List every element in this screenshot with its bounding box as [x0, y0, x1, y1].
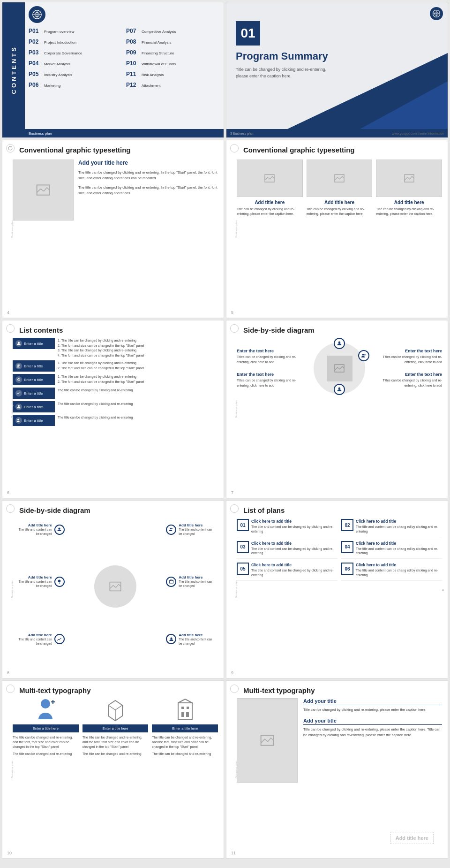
radial-title-2: Add title here — [179, 523, 214, 527]
slide4-card-title: Add your title here — [78, 160, 218, 166]
svg-line-12 — [44, 188, 47, 191]
svg-rect-41 — [186, 712, 189, 717]
radial-body-5: The title and content can be changed — [17, 637, 52, 646]
svg-point-28 — [338, 388, 341, 390]
slide7-right-body-2: Titles can be changed by clicking and re… — [370, 378, 442, 388]
slide4-business-label: Business plan — [11, 220, 14, 237]
radial-item-2: Add title here The title and content can… — [166, 523, 214, 536]
svg-line-10 — [37, 189, 41, 192]
svg-rect-39 — [178, 703, 192, 719]
slide4-body2: The title can be changed by clicking and… — [78, 185, 218, 196]
plan-item: 04 Click here to add title The title and… — [341, 541, 442, 559]
svg-rect-42 — [181, 707, 184, 709]
contents-item: P06Marketing — [29, 82, 122, 88]
svg-rect-24 — [335, 365, 344, 372]
radial-title-5: Add title here — [17, 633, 52, 637]
plan-item: 01 Click here to add title The title and… — [237, 519, 338, 537]
svg-point-32 — [171, 528, 172, 529]
list-row: Enter a title 1. The title can be change… — [13, 374, 218, 385]
slide5-page-num: 5 — [231, 310, 233, 315]
slide-11: Multi-text typography Business plan Add … — [226, 680, 448, 859]
summary-number: 01 — [236, 21, 260, 46]
slide7-title: Side-by-side diagram — [232, 326, 442, 334]
slide5-card: Add title here Title can be changed by c… — [376, 160, 442, 216]
multi-col: Enter a title here The title can be chan… — [82, 698, 149, 756]
slide-5: Conventional graphic typesetting Busines… — [226, 140, 448, 318]
svg-point-30 — [59, 527, 60, 529]
slide7-left-body-1: Titles can be changed by clicking and re… — [237, 355, 308, 365]
slide-6: List contents Business plan Enter a titl… — [2, 320, 224, 498]
contents-item: P08Financial Analysis — [126, 38, 220, 45]
contents-item: P07Competitive Analysis — [126, 28, 220, 34]
radial-body-3: The title and content can be changed — [17, 579, 52, 588]
slide7-left-title-2: Enter the text here — [237, 372, 308, 377]
radial-body-2: The title and content can be changed — [179, 527, 214, 536]
radial-body-4: The title and content can be changed — [179, 579, 214, 588]
contents-item: P03Corporate Governance — [29, 49, 122, 56]
slide-2-summary: 01 Program Summary Title can be changed … — [226, 2, 448, 138]
svg-rect-29 — [110, 582, 120, 591]
summary-subtitle: Title can be changed by clicking and re-… — [236, 66, 330, 80]
svg-point-35 — [41, 699, 50, 708]
slide6-title: List contents — [8, 326, 218, 334]
slide11-add-title-placeholder[interactable]: Add title here — [390, 832, 434, 844]
slide10-title: Multi-text typography — [8, 686, 218, 694]
slide5-title: Conventional graphic typesetting — [232, 146, 442, 154]
radial-title-4: Add title here — [179, 575, 214, 579]
radial-title-6: Add title here — [179, 633, 214, 637]
slide-4: Conventional graphic typesetting Busines… — [2, 140, 224, 318]
slide1-footer: Business plan — [29, 131, 52, 136]
slide10-page-num: 10 — [7, 851, 12, 855]
slide-8: Side-by-side diagram Business plan Add t… — [2, 500, 224, 678]
slide2-footer-left: 3 Business plan — [230, 132, 253, 135]
svg-rect-40 — [181, 712, 184, 717]
slide9-business-label: Business plan — [235, 580, 238, 598]
slide11-business-label: Business plan — [235, 761, 238, 778]
slide8-page-num: 8 — [7, 670, 9, 675]
svg-point-26 — [362, 354, 364, 356]
svg-rect-46 — [261, 735, 274, 745]
multi2-section: Add your title Title can be changed by c… — [303, 698, 442, 712]
plan-item: 02 Click here to add title The title and… — [341, 519, 442, 537]
slide-10: Multi-text typography Business plan Ente… — [2, 680, 224, 859]
contents-sidebar-label: CONTENTS — [10, 46, 17, 94]
slide10-business-label: Business plan — [11, 761, 14, 778]
slide7-right-title-1: Enter the text here — [370, 349, 442, 353]
radial-item-1: Add title here The title and content can… — [17, 523, 65, 536]
slide5-card: Add title here Title can be changed by c… — [307, 160, 373, 216]
list-row: Enter a title The title can be changed b… — [13, 401, 218, 412]
svg-rect-43 — [187, 707, 189, 709]
svg-line-11 — [41, 189, 44, 191]
multi-col: Enter a title here The title can be chan… — [13, 698, 79, 756]
contents-item: P10Withdrawal of Funds — [126, 60, 220, 67]
svg-point-27 — [364, 354, 366, 356]
slide7-right-body-1: Titles can be changed by clicking and re… — [370, 355, 442, 365]
contents-item: P09Financing Structure — [126, 49, 220, 56]
contents-item: P12Attachment — [126, 82, 220, 88]
slide-9: List of plans Business plan 01 Click her… — [226, 500, 448, 678]
slide7-business-label: Business plan — [235, 400, 238, 418]
svg-line-44 — [178, 699, 185, 703]
slide5-business-label: Business plan — [235, 220, 238, 237]
slide7-page-num: 7 — [231, 490, 233, 495]
radial-item-6: Add title here The title and content can… — [166, 633, 214, 646]
contents-item: P01Program overview — [29, 28, 122, 34]
list-row: Enter a title 1. The title can be change… — [13, 338, 218, 358]
slide6-page-num: 6 — [7, 490, 9, 495]
radial-title-1: Add title here — [17, 523, 52, 527]
svg-point-17 — [18, 342, 20, 343]
svg-rect-15 — [335, 175, 344, 182]
svg-point-25 — [338, 342, 341, 344]
svg-rect-14 — [265, 175, 274, 182]
slide6-business-label: Business plan — [11, 400, 14, 418]
slide5-card: Add title here Title can be changed by c… — [237, 160, 303, 216]
svg-rect-16 — [405, 175, 414, 182]
slide11-title: Multi-text typography — [232, 686, 442, 694]
slide4-body1: The title can be changed by clicking and… — [78, 170, 218, 181]
plan-item: 06 Click here to add title The title and… — [341, 563, 442, 581]
radial-body-1: The title and content can be changed — [17, 527, 52, 536]
slide7-left-body-2: Titles can be changed by clicking and re… — [237, 378, 308, 388]
slide7-left-title-1: Enter the text here — [237, 349, 308, 353]
radial-item-3: Add title here The title and content can… — [17, 575, 65, 588]
svg-point-8 — [8, 146, 12, 150]
